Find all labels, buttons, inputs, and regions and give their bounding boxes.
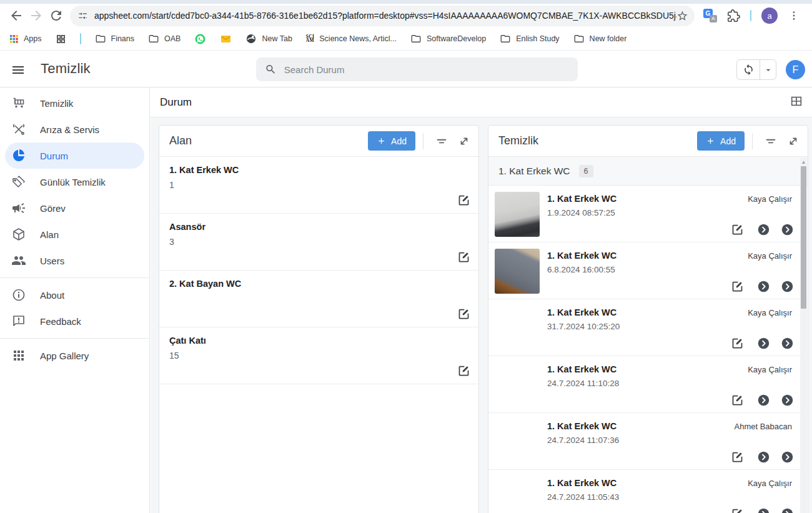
sidebar-item-temizlik[interactable]: Temizlik (0, 90, 149, 116)
alan-filter-icon[interactable] (435, 134, 448, 148)
panel-scrollbar[interactable]: ▲ (800, 157, 807, 513)
app-title: Temizlik (41, 61, 91, 77)
row-photo-thumbnail[interactable] (495, 249, 540, 294)
back-button[interactable] (6, 6, 26, 26)
temizlik-row-title: 1. Kat Erkek WC (547, 364, 616, 374)
sync-button[interactable] (737, 60, 760, 79)
temizlik-row-person: Kaya Çalışır (748, 194, 792, 204)
open-detail-icon[interactable] (781, 223, 794, 236)
sidebar-item-users[interactable]: Users (0, 247, 149, 274)
row-actions (731, 394, 794, 407)
alan-add-button[interactable]: Add (368, 131, 415, 151)
open-detail-icon[interactable] (757, 337, 770, 350)
temizlik-row-title: 1. Kat Erkek WC (547, 421, 616, 431)
open-detail-icon[interactable] (757, 223, 770, 236)
forward-button[interactable] (26, 6, 46, 26)
temizlik-row[interactable]: 1. Kat Erkek WC 24.7.2024 11:05:43 Kaya … (488, 470, 808, 513)
temizlik-row[interactable]: 1. Kat Erkek WC 24.7.2024 11:10:28 Kaya … (488, 356, 808, 413)
bookmark-sciam[interactable]: SCIAM Science News, Articl... (306, 34, 397, 43)
edit-icon[interactable] (731, 223, 744, 236)
temizlik-group-header[interactable]: 1. Kat Erkek WC 6 (488, 157, 808, 186)
reload-button[interactable] (46, 6, 66, 26)
alan-panel-title: Alan (169, 134, 192, 147)
open-detail-icon[interactable] (757, 394, 770, 407)
row-photo-thumbnail[interactable] (495, 192, 540, 237)
open-detail-icon[interactable] (781, 394, 794, 407)
edit-icon[interactable] (731, 394, 744, 407)
reload-icon (49, 8, 64, 23)
edit-icon[interactable] (457, 251, 470, 264)
edit-icon[interactable] (731, 280, 744, 293)
extensions-icon[interactable] (727, 9, 740, 22)
temizlik-row[interactable]: 1. Kat Erkek WC 31.7.2024 10:25:20 Kaya … (488, 299, 808, 356)
edit-icon[interactable] (457, 307, 470, 321)
bookmark-oab[interactable]: OAB (148, 33, 181, 44)
sidebar-item-app-gallery[interactable]: App Gallery (0, 342, 149, 369)
alan-row[interactable]: Çatı Katı 15 (159, 327, 478, 384)
sidebar-item-gunluk-temizlik[interactable]: Günlük Temizlik (0, 169, 149, 195)
bookmark-new-folder[interactable]: New folder (573, 33, 627, 44)
edit-icon[interactable] (731, 507, 744, 513)
bookmark-finans[interactable]: Finans (95, 33, 135, 44)
open-detail-icon[interactable] (781, 507, 794, 513)
alan-row-title: Asansör (169, 222, 468, 232)
bookmark-softwaredevelop[interactable]: SoftwareDevelop (410, 33, 486, 44)
open-detail-icon[interactable] (781, 451, 794, 464)
alan-row[interactable]: Asansör 3 (159, 214, 478, 271)
open-detail-icon[interactable] (757, 451, 770, 464)
temizlik-row[interactable]: 1. Kat Erkek WC 24.7.2024 11:07:36 Ahmet… (488, 413, 808, 470)
bookmark-new-tab[interactable]: New Tab (245, 33, 292, 44)
whatsapp-icon[interactable] (194, 33, 206, 45)
search-input[interactable] (284, 64, 569, 75)
sync-dropdown-button[interactable] (760, 60, 776, 79)
edit-icon[interactable] (457, 364, 470, 377)
edit-icon[interactable] (731, 337, 744, 350)
search-icon (265, 63, 277, 76)
browser-menu-kebab-icon[interactable] (788, 9, 800, 22)
temizlik-row-person: Kaya Çalışır (748, 479, 792, 488)
sidebar-item-ariza-servis[interactable]: Arıza & Servis (0, 116, 149, 142)
sidebar-item-feedback[interactable]: Feedback (0, 308, 149, 334)
open-detail-icon[interactable] (781, 337, 794, 350)
temizlik-panel: Temizlik Add 1. Kat Erkek WC 6 1. Kat Er… (488, 125, 808, 513)
open-detail-icon[interactable] (781, 280, 794, 293)
alan-row[interactable]: 1. Kat Erkek WC 1 (159, 157, 478, 214)
browser-profile-avatar[interactable]: a (761, 7, 778, 24)
temizlik-row[interactable]: 1. Kat Erkek WC 6.8.2024 16:00:55 Kaya Ç… (488, 242, 808, 299)
open-detail-icon[interactable] (757, 280, 770, 293)
hamburger-menu-icon[interactable] (11, 62, 26, 77)
site-info-icon[interactable] (77, 11, 88, 21)
temizlik-expand-icon[interactable] (786, 134, 800, 148)
scrollbar-up-arrow[interactable]: ▲ (800, 159, 807, 166)
sidebar-item-about[interactable]: About (0, 282, 149, 308)
bookmark-star-icon[interactable] (676, 10, 688, 22)
sidebar-item-gorev[interactable]: Görev (0, 195, 149, 221)
app-user-avatar[interactable]: F (786, 60, 805, 79)
folder-icon (573, 33, 585, 44)
bookmark-grid-icon[interactable] (56, 34, 66, 44)
temizlik-row-person: Kaya Çalışır (748, 251, 792, 261)
url-bar[interactable]: appsheet.com/start/cded7bc0-a344-41b5-87… (70, 6, 695, 26)
open-detail-icon[interactable] (757, 507, 770, 513)
temizlik-row-title: 1. Kat Erkek WC (547, 251, 616, 261)
sidebar-item-alan[interactable]: Alan (0, 221, 149, 247)
alan-row[interactable]: 2. Kat Bayan WC (159, 271, 478, 327)
gmail-icon[interactable] (220, 33, 232, 45)
temizlik-row-datetime: 24.7.2024 11:10:28 (547, 379, 619, 388)
bookmark-enlish-study[interactable]: Enlish Study (500, 33, 559, 44)
folder-icon (148, 33, 159, 44)
toolbar-right: G A a (703, 7, 800, 24)
translate-icon[interactable]: G A (703, 9, 717, 22)
edit-icon[interactable] (457, 194, 470, 207)
bookmark-apps[interactable]: Apps (9, 34, 42, 44)
scrollbar-thumb[interactable] (801, 166, 806, 309)
edit-icon[interactable] (731, 451, 744, 464)
alan-expand-icon[interactable] (457, 134, 471, 148)
table-view-icon[interactable] (790, 94, 803, 108)
plus-icon (377, 136, 386, 146)
temizlik-filter-icon[interactable] (764, 134, 778, 148)
temizlik-row[interactable]: 1. Kat Erkek WC 1.9.2024 08:57:25 Kaya Ç… (488, 186, 808, 242)
search-box[interactable] (256, 57, 578, 81)
temizlik-add-button[interactable]: Add (697, 131, 745, 151)
sidebar-item-durum[interactable]: Durum (5, 142, 144, 169)
